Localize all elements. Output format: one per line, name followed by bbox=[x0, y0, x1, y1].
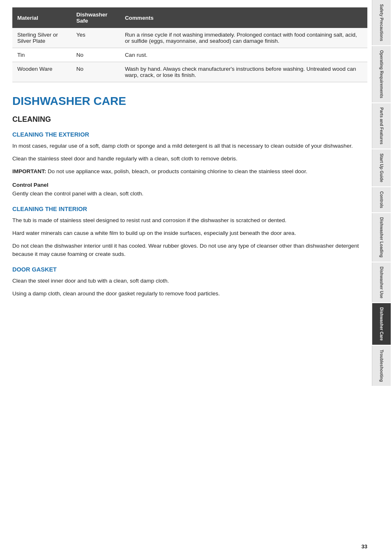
sidebar-tab-3[interactable]: Start Up Guide bbox=[372, 149, 391, 186]
door-gasket-paragraph-1: Clean the steel inner door and tub with … bbox=[12, 277, 367, 285]
table-cell-comment: Run a rinse cycle if not washing immedia… bbox=[120, 28, 367, 48]
main-content: Material Dishwasher Safe Comments Sterli… bbox=[12, 0, 367, 319]
subsection-interior-title: CLEANING THE INTERIOR bbox=[12, 206, 367, 212]
sidebar-tab-7[interactable]: Dishwasher Care bbox=[372, 303, 391, 345]
table-cell-comment: Can rust. bbox=[120, 48, 367, 62]
page-number: 33 bbox=[362, 543, 367, 550]
sidebar-tab-1[interactable]: Operating Requirements bbox=[372, 46, 391, 102]
table-cell-safe: No bbox=[71, 62, 120, 82]
interior-paragraph-3: Do not clean the dishwasher interior unt… bbox=[12, 242, 367, 259]
exterior-paragraph-1: In most cases, regular use of a soft, da… bbox=[12, 142, 367, 151]
sidebar-tab-0[interactable]: Safety Precautions bbox=[372, 0, 391, 45]
table-row: TinNoCan rust. bbox=[12, 48, 367, 62]
sidebar-tab-2[interactable]: Parts and Features bbox=[372, 103, 391, 149]
exterior-paragraph-2: Clean the stainless steel door and handl… bbox=[12, 155, 367, 163]
sidebar-tab-5[interactable]: Dishwasher Loading bbox=[372, 213, 391, 262]
material-table: Material Dishwasher Safe Comments Sterli… bbox=[12, 7, 367, 82]
exterior-important: IMPORTANT: Do not use appliance wax, pol… bbox=[12, 167, 367, 176]
table-row: Sterling Silver or Silver PlateYesRun a … bbox=[12, 28, 367, 48]
col-header-material: Material bbox=[12, 7, 71, 28]
subsection-door-gasket-title: DOOR GASKET bbox=[12, 266, 367, 273]
subsection-exterior-title: CLEANING THE EXTERIOR bbox=[12, 131, 367, 138]
table-row: Wooden WareNoWash by hand. Always check … bbox=[12, 62, 367, 82]
table-cell-material: Tin bbox=[12, 48, 71, 62]
interior-paragraph-1: The tub is made of stainless steel desig… bbox=[12, 216, 367, 225]
section-cleaning-title: CLEANING bbox=[12, 115, 367, 124]
col-header-dishwasher-safe: Dishwasher Safe bbox=[71, 7, 120, 28]
table-cell-material: Sterling Silver or Silver Plate bbox=[12, 28, 71, 48]
sidebar-tab-8[interactable]: Troubleshooting bbox=[372, 346, 391, 386]
control-panel-label: Control Panel bbox=[12, 182, 367, 188]
interior-paragraph-2: Hard water minerals can cause a white fi… bbox=[12, 229, 367, 238]
table-cell-safe: Yes bbox=[71, 28, 120, 48]
door-gasket-paragraph-2: Using a damp cloth, clean around the doo… bbox=[12, 290, 367, 298]
table-cell-comment: Wash by hand. Always check manufacturer'… bbox=[120, 62, 367, 82]
sidebar-tab-6[interactable]: Dishwasher Use bbox=[372, 262, 391, 302]
control-panel-text: Gently clean the control panel with a cl… bbox=[12, 190, 367, 198]
table-cell-safe: No bbox=[71, 48, 120, 62]
col-header-comments: Comments bbox=[120, 7, 367, 28]
sidebar-tab-4[interactable]: Controls bbox=[372, 187, 391, 212]
main-title: DISHWASHER CARE bbox=[12, 95, 367, 108]
table-cell-material: Wooden Ware bbox=[12, 62, 71, 82]
sidebar: Safety PrecautionsOperating Requirements… bbox=[371, 0, 392, 557]
